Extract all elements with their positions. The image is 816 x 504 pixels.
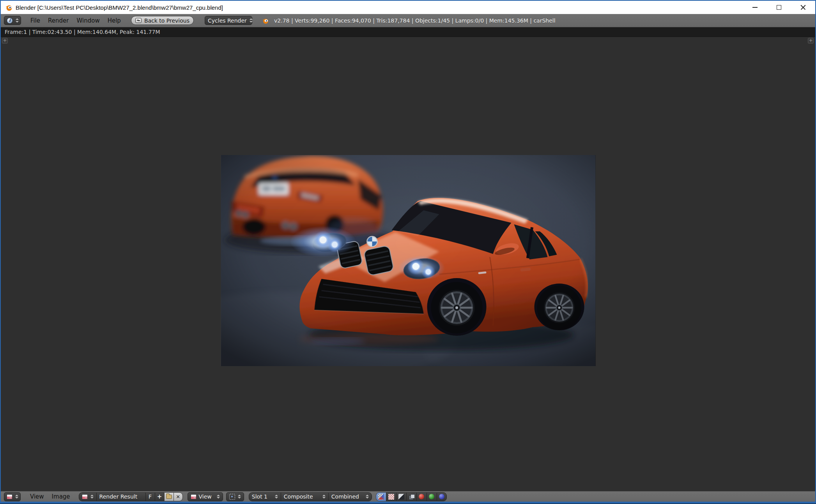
menu-render[interactable]: Render <box>44 17 73 24</box>
image-mode-icon <box>191 494 196 499</box>
image-datablock: Render Result F + ✕ <box>79 492 183 501</box>
mode-value: View <box>199 493 212 500</box>
menu-image[interactable]: Image <box>48 493 74 500</box>
chevron-up-down-icon <box>238 495 241 499</box>
unlink-icon: ✕ <box>176 494 180 500</box>
z-buffer-icon <box>398 494 404 500</box>
color-icon <box>409 494 414 500</box>
menu-window[interactable]: Window <box>73 17 104 24</box>
blender-window: Blender [C:\Users\Test PC\Desktop\BMW27_… <box>1 1 815 502</box>
menu-file[interactable]: File <box>27 17 44 24</box>
chevron-up-down-icon <box>366 495 369 499</box>
maximize-icon <box>777 5 781 10</box>
pivot-dropdown[interactable] <box>226 492 244 501</box>
image-browse-dropdown[interactable] <box>79 492 96 501</box>
render-pass-dropdown[interactable]: Combined <box>328 492 372 501</box>
image-icon <box>82 494 88 499</box>
editor-type-selector[interactable]: i <box>4 16 21 25</box>
render-result-image <box>221 155 595 366</box>
blue-channel-icon <box>439 494 444 499</box>
new-image-button[interactable]: + <box>155 492 164 501</box>
render-engine-select[interactable]: Cycles Render <box>205 16 252 25</box>
region-expand-right-button[interactable]: + <box>808 38 814 44</box>
pivot-point-icon <box>229 494 235 500</box>
red-channel-icon <box>419 494 424 499</box>
titlebar: Blender [C:\Users\Test PC\Desktop\BMW27_… <box>1 1 815 14</box>
render-layer-value: Composite <box>284 493 313 500</box>
mode-dropdown[interactable]: View <box>188 492 223 501</box>
menu-view[interactable]: View <box>26 493 48 500</box>
maximize-button[interactable] <box>767 1 791 14</box>
back-to-previous-button[interactable]: Back to Previous <box>131 16 194 25</box>
slot-value: Slot 1 <box>252 493 267 500</box>
window-controls <box>743 1 815 14</box>
image-name-field[interactable]: Render Result <box>96 492 145 501</box>
fake-user-button[interactable]: F <box>145 492 155 501</box>
render-status-bar: Frame:1 | Time:02:43.50 | Mem:140.64M, P… <box>1 27 815 37</box>
chevron-up-down-icon <box>16 18 19 23</box>
chevron-up-down-icon <box>217 495 220 499</box>
chevron-up-down-icon <box>250 18 253 23</box>
display-channel-blue-button[interactable] <box>437 492 447 501</box>
folder-icon <box>166 495 172 499</box>
alpha-icon <box>388 494 394 500</box>
close-button[interactable] <box>791 1 815 14</box>
green-channel-icon <box>429 494 434 499</box>
editor-type-selector-bottom[interactable] <box>4 492 21 501</box>
screen-back-icon <box>135 18 142 23</box>
minimize-button[interactable] <box>743 1 767 14</box>
close-icon <box>800 5 806 10</box>
region-expand-left-button[interactable]: + <box>2 38 8 44</box>
display-channel-color-button[interactable] <box>406 492 416 501</box>
chevron-up-down-icon <box>90 495 94 499</box>
blender-logo-icon <box>5 4 12 11</box>
window-title: Blender [C:\Users\Test PC\Desktop\BMW27_… <box>16 4 223 11</box>
render-engine-value: Cycles Render <box>208 18 247 24</box>
image-editor-canvas: + + <box>1 37 815 491</box>
back-to-previous-label: Back to Previous <box>144 18 189 24</box>
color-alpha-icon <box>378 494 384 500</box>
chevron-up-down-icon <box>322 495 326 499</box>
chevron-up-down-icon <box>15 495 18 499</box>
render-status-text: Frame:1 | Time:02:43.50 | Mem:140.64M, P… <box>5 29 160 35</box>
open-image-button[interactable] <box>164 492 173 501</box>
display-channel-color-alpha-button[interactable] <box>376 492 386 501</box>
chevron-up-down-icon <box>275 495 278 499</box>
render-pass-value: Combined <box>331 493 359 500</box>
scene-stats: v2.78 | Verts:99,260 | Faces:94,070 | Tr… <box>274 18 556 24</box>
info-header: i File Render Window Help Back to Previo… <box>1 14 815 27</box>
display-channels-group <box>376 492 447 501</box>
unlink-image-button[interactable]: ✕ <box>173 492 183 501</box>
info-editor-icon: i <box>7 18 13 24</box>
menu-help[interactable]: Help <box>104 17 125 24</box>
display-channel-zbuffer-button[interactable] <box>396 492 406 501</box>
plus-icon: + <box>157 493 162 500</box>
image-editor-header: View Image Render Result F + ✕ View <box>1 491 815 502</box>
render-result-selectors: Slot 1 Composite Combined <box>249 492 372 501</box>
slot-dropdown[interactable]: Slot 1 <box>249 492 281 501</box>
blender-logo-icon <box>262 17 269 24</box>
image-editor-icon <box>7 494 12 499</box>
minimize-icon <box>752 7 758 8</box>
display-channel-green-button[interactable] <box>427 492 437 501</box>
render-layer-dropdown[interactable]: Composite <box>281 492 328 501</box>
display-channel-alpha-button[interactable] <box>386 492 396 501</box>
display-channel-red-button[interactable] <box>416 492 427 501</box>
